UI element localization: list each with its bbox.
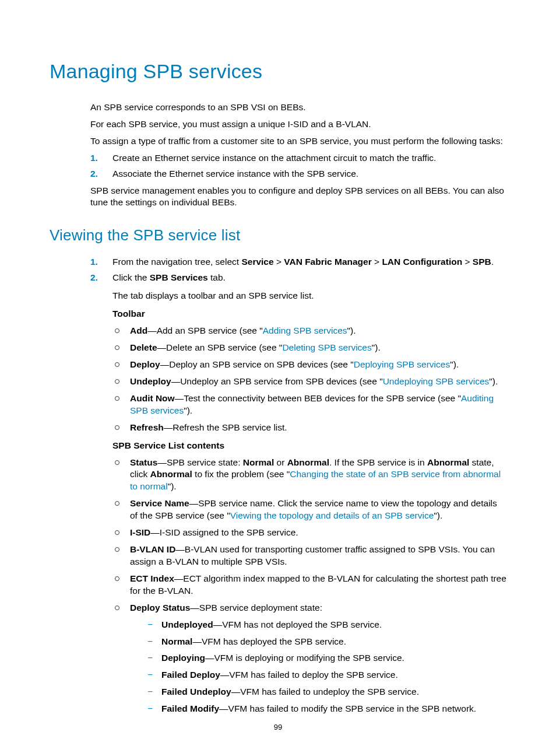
text: tab. (208, 272, 226, 282)
link[interactable]: Deploying SPB services (354, 359, 450, 369)
term: Normal (243, 457, 274, 467)
text: "). (489, 376, 498, 386)
list-item: 1. From the navigation tree, select Serv… (90, 256, 506, 268)
text: —ECT algorithm index mapped to the B-VLA… (130, 573, 506, 596)
text: "). (372, 342, 381, 352)
term: Deploy (130, 359, 160, 369)
text: "). (184, 405, 192, 415)
list-item: Undeploy—Undeploy an SPB service from SP… (112, 376, 506, 388)
text: "). (450, 359, 459, 369)
list-item: ECT Index—ECT algorithm index mapped to … (112, 573, 506, 597)
list-item: Refresh—Refresh the SPB service list. (112, 422, 506, 434)
term: Service Name (130, 498, 189, 508)
text: —SPB service deployment state: (190, 603, 322, 612)
text: —Delete an SPB service (see " (157, 342, 283, 352)
term: Status (130, 457, 157, 467)
list-item: Failed Undeploy—VFM has failed to undepl… (144, 686, 506, 698)
text: —Undeploy an SPB service from SPB device… (171, 376, 383, 386)
list-item: Failed Modify—VFM has failed to modify t… (144, 703, 506, 715)
text: —VFM has not deployed the SPB service. (213, 620, 382, 629)
term: Failed Undeploy (161, 687, 231, 696)
list-marker: 2. (90, 168, 107, 180)
text: . If the SPB service is in (329, 457, 427, 467)
list-item: 2.Associate the Ethernet service instanc… (90, 168, 506, 180)
nav-path: From the navigation tree, select Service… (112, 257, 494, 267)
term: Deploying (161, 653, 205, 663)
deploy-states-list: Undeployed—VFM has not deployed the SPB … (144, 619, 506, 716)
text: "). (347, 326, 356, 335)
text: —VFM has failed to modify the SPB servic… (219, 704, 476, 713)
term: I-SID (130, 527, 150, 537)
text: —VFM has deployed the SPB service. (192, 636, 346, 646)
list-item: Deploy—Deploy an SPB service on SPB devi… (112, 359, 506, 371)
term: Refresh (130, 422, 164, 432)
list-contents: Status—SPB service state: Normal or Abno… (112, 457, 506, 716)
list-item: Normal—VFM has deployed the SPB service. (144, 636, 506, 648)
text: "). (434, 510, 442, 520)
text: —VFM is deploying or modifying the SPB s… (205, 653, 404, 663)
paragraph: SPB service management enables you to co… (90, 185, 506, 209)
list-marker: 1. (90, 256, 107, 268)
term: Abnormal (287, 457, 329, 467)
link[interactable]: Undeploying SPB services (383, 376, 490, 386)
list-marker: 2. (90, 272, 107, 284)
list-item: Delete—Delete an SPB service (see "Delet… (112, 342, 506, 354)
subheading-list-contents: SPB Service List contents (112, 440, 506, 452)
text: "). (168, 481, 177, 491)
steps-block: 1. From the navigation tree, select Serv… (90, 256, 506, 715)
text: —Refresh the SPB service list. (164, 422, 287, 432)
list-item: Deploy Status—SPB service deployment sta… (112, 602, 506, 715)
text: or (274, 457, 287, 467)
list-item: Failed Deploy—VFM has failed to deploy t… (144, 669, 506, 681)
link[interactable]: Viewing the topology and details of an S… (230, 510, 434, 520)
text: Click the (112, 272, 150, 282)
heading-1: Managing SPB services (50, 58, 506, 85)
term: Deploy Status (130, 603, 190, 612)
step-text: Click the SPB Services tab. (112, 272, 226, 282)
list-item: I-SID—I-SID assigned to the SPB service. (112, 527, 506, 539)
toolbar-list: Add—Add an SPB service (see "Adding SPB … (112, 325, 506, 433)
list-item: Undeployed—VFM has not deployed the SPB … (144, 619, 506, 631)
ordered-list: 1.Create an Ethernet service instance on… (90, 152, 506, 180)
term: B-VLAN ID (130, 544, 175, 554)
text: From the navigation tree, select (112, 257, 241, 267)
paragraph: To assign a type of traffic from a custo… (90, 135, 506, 148)
term: Abnormal (150, 469, 192, 479)
term: Add (130, 326, 147, 335)
list-item: 2. Click the SPB Services tab. The tab d… (90, 272, 506, 715)
separator: > (372, 257, 382, 267)
breadcrumb-item: SPB (473, 257, 491, 267)
link[interactable]: Deleting SPB services (282, 342, 371, 352)
list-text: Create an Ethernet service instance on t… (112, 153, 436, 163)
page-number: 99 (0, 722, 556, 733)
paragraph: An SPB service corresponds to an SPB VSI… (90, 102, 506, 114)
list-item: B-VLAN ID—B-VLAN used for transporting c… (112, 544, 506, 568)
text: —VFM has failed to deploy the SPB servic… (220, 670, 398, 680)
tab-name: SPB Services (150, 272, 208, 282)
term: Undeploy (130, 376, 171, 386)
list-item: Service Name—SPB service name. Click the… (112, 498, 506, 522)
text: —I-SID assigned to the SPB service. (150, 527, 298, 537)
term: Audit Now (130, 393, 175, 403)
separator: > (274, 257, 284, 267)
text: to fix the problem (see " (192, 469, 290, 479)
text: —SPB service state: (157, 457, 242, 467)
link[interactable]: Adding SPB services (263, 326, 347, 335)
term: Failed Modify (161, 704, 219, 713)
list-text: Associate the Ethernet service instance … (112, 169, 358, 178)
ordered-list: 1. From the navigation tree, select Serv… (90, 256, 506, 715)
term: Delete (130, 342, 157, 352)
text: —Add an SPB service (see " (147, 326, 263, 335)
text: —B-VLAN used for transporting customer t… (130, 544, 495, 566)
list-marker: 1. (90, 152, 107, 164)
paragraph: The tab displays a toolbar and an SPB se… (112, 290, 506, 302)
list-item: Deploying—VFM is deploying or modifying … (144, 652, 506, 664)
page: Managing SPB services An SPB service cor… (0, 0, 556, 756)
text: . (491, 257, 494, 267)
text: —Deploy an SPB service on SPB devices (s… (160, 359, 354, 369)
breadcrumb-item: VAN Fabric Manager (284, 257, 371, 267)
text: —Test the connectivity between BEB devic… (175, 393, 461, 403)
term: Normal (161, 636, 192, 646)
list-item: Add—Add an SPB service (see "Adding SPB … (112, 325, 506, 337)
list-item: 1.Create an Ethernet service instance on… (90, 152, 506, 164)
